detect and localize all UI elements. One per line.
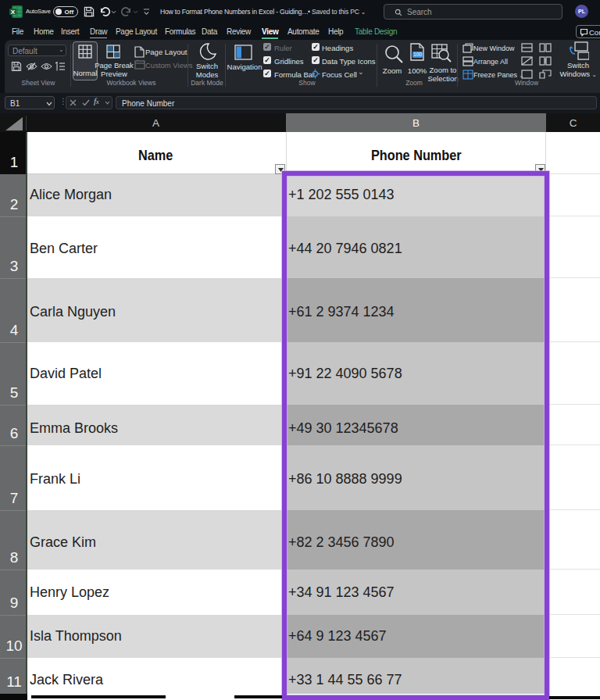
svg-text:X: X: [11, 9, 16, 16]
svg-text:100: 100: [413, 52, 422, 57]
